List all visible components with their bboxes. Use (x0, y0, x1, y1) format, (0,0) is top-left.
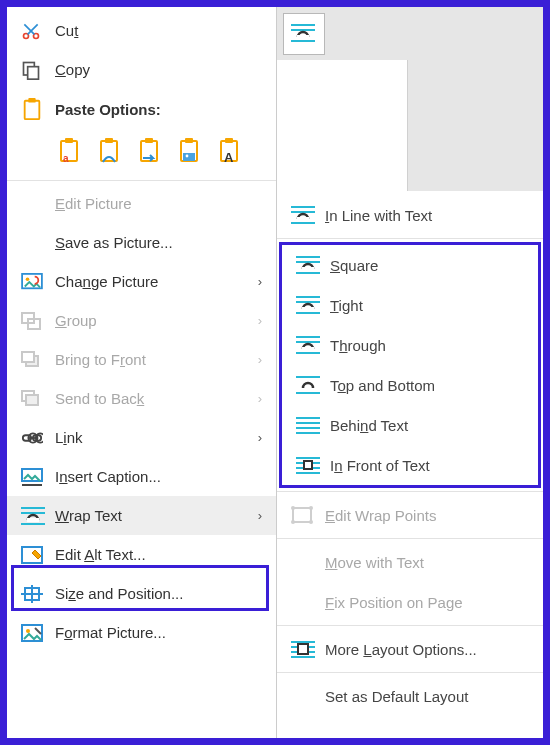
copy-icon (21, 60, 47, 80)
bring-front-icon (21, 351, 47, 369)
alt-text-icon (21, 546, 47, 564)
set-default-layout-item[interactable]: Set as Default Layout (277, 676, 543, 716)
ribbon-area (277, 7, 543, 191)
square-item[interactable]: Square (282, 245, 538, 285)
inline-label: In Line with Text (325, 207, 432, 224)
alt-text-label: Edit Alt Text... (55, 546, 266, 563)
group-label: Group (55, 312, 258, 329)
wrap-text-ribbon-button[interactable] (283, 13, 325, 55)
svg-rect-13 (183, 153, 195, 161)
svg-point-49 (291, 520, 295, 524)
chevron-right-icon: › (258, 313, 266, 328)
edit-alt-text-item[interactable]: Edit Alt Text... (7, 535, 276, 574)
document-area (277, 60, 408, 191)
set-default-label: Set as Default Layout (325, 688, 468, 705)
in-front-icon (296, 455, 322, 475)
fix-position-label: Fix Position on Page (325, 594, 463, 611)
square-label: Square (330, 257, 378, 274)
wrap-points-icon (291, 506, 317, 524)
format-picture-icon (21, 624, 47, 642)
in-front-item[interactable]: In Front of Text (282, 445, 538, 485)
svg-rect-23 (26, 395, 38, 405)
inline-with-text-item[interactable]: In Line with Text (277, 195, 543, 235)
tight-label: Tight (330, 297, 363, 314)
save-as-picture-label: Save as Picture... (55, 234, 266, 251)
save-as-picture-item[interactable]: Save as Picture... (7, 223, 276, 262)
right-pane: In Line with Text Square Tight Through (277, 7, 543, 738)
svg-point-14 (186, 155, 189, 158)
chevron-right-icon: › (258, 508, 266, 523)
wrap-text-item[interactable]: Wrap Text › (7, 496, 276, 535)
fix-position-item: Fix Position on Page (277, 582, 543, 622)
inline-icon (291, 205, 317, 225)
svg-point-48 (309, 506, 313, 510)
tight-item[interactable]: Tight (282, 285, 538, 325)
svg-text:A: A (224, 150, 234, 165)
top-bottom-label: Top and Bottom (330, 377, 435, 394)
behind-text-item[interactable]: Behind Text (282, 405, 538, 445)
more-layout-item[interactable]: More Layout Options... (277, 629, 543, 669)
cut-item[interactable]: Cut (7, 11, 276, 50)
wrap-text-label: Wrap Text (55, 507, 258, 524)
svg-point-17 (26, 277, 30, 281)
size-position-item[interactable]: Size and Position... (7, 574, 276, 613)
square-icon (296, 255, 322, 275)
link-icon (21, 431, 47, 445)
through-item[interactable]: Through (282, 325, 538, 365)
chevron-right-icon: › (258, 430, 266, 445)
edit-wrap-points-item: Edit Wrap Points (277, 495, 543, 535)
copy-item[interactable]: Copy (7, 50, 276, 89)
svg-rect-21 (22, 352, 34, 362)
wrap-text-icon (21, 506, 47, 526)
clipboard-icon (21, 97, 47, 121)
in-front-label: In Front of Text (330, 457, 430, 474)
separator (7, 180, 276, 181)
chevron-right-icon: › (258, 352, 266, 367)
paste-header-label: Paste Options: (55, 101, 161, 118)
bring-to-front-item: Bring to Front › (7, 340, 276, 379)
paste-keep-source-icon[interactable]: a (55, 135, 85, 171)
wrap-style-group: Square Tight Through Top and Bottom (279, 242, 541, 488)
size-icon (21, 585, 47, 603)
through-icon (296, 335, 322, 355)
edit-picture-label: Edit Picture (55, 195, 266, 212)
svg-rect-46 (293, 508, 311, 522)
svg-point-47 (291, 506, 295, 510)
size-label: Size and Position... (55, 585, 266, 602)
svg-text:a: a (63, 153, 69, 164)
more-layout-label: More Layout Options... (325, 641, 477, 658)
paste-text-icon[interactable]: A (215, 135, 245, 171)
move-with-text-item: Move with Text (277, 542, 543, 582)
format-picture-item[interactable]: Format Picture... (7, 613, 276, 652)
change-picture-icon (21, 273, 47, 291)
change-picture-label: Change Picture (55, 273, 258, 290)
cut-label: Cut (55, 22, 266, 39)
scissors-icon (21, 21, 47, 41)
edit-wrap-points-label: Edit Wrap Points (325, 507, 436, 524)
send-back-icon (21, 390, 47, 408)
send-to-back-item: Send to Back › (7, 379, 276, 418)
chevron-right-icon: › (258, 274, 266, 289)
group-icon (21, 312, 47, 330)
svg-rect-55 (298, 644, 308, 654)
top-bottom-item[interactable]: Top and Bottom (282, 365, 538, 405)
format-picture-label: Format Picture... (55, 624, 266, 641)
paste-options-row: a A (7, 129, 276, 177)
paste-picture-icon[interactable] (175, 135, 205, 171)
paste-link-icon[interactable] (135, 135, 165, 171)
link-item[interactable]: Link › (7, 418, 276, 457)
tight-icon (296, 295, 322, 315)
top-bottom-icon (296, 375, 322, 395)
insert-caption-label: Insert Caption... (55, 468, 266, 485)
wrap-text-submenu: In Line with Text Square Tight Through (277, 191, 543, 716)
svg-rect-45 (304, 461, 312, 469)
through-label: Through (330, 337, 386, 354)
more-layout-icon (291, 639, 317, 659)
copy-label: Copy (55, 61, 266, 78)
caption-icon (21, 468, 47, 486)
paste-merge-icon[interactable] (95, 135, 125, 171)
insert-caption-item[interactable]: Insert Caption... (7, 457, 276, 496)
svg-rect-11 (28, 66, 39, 79)
change-picture-item[interactable]: Change Picture › (7, 262, 276, 301)
context-menu: Cut Copy Paste Options: a (7, 7, 277, 738)
